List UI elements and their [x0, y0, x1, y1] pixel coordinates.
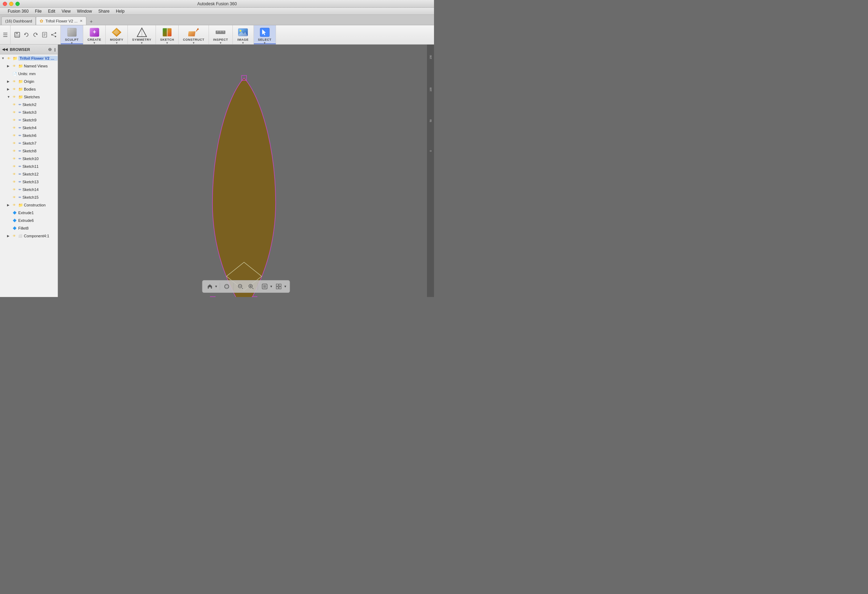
grid-dropdown-arrow[interactable]: ▼	[284, 285, 287, 288]
tree-named-views[interactable]: ▶ 👁 📁 Named Views	[0, 62, 58, 70]
menu-fusion360[interactable]: Fusion 360	[5, 8, 31, 15]
toolbar-section-create[interactable]: + CREATE ▼	[83, 25, 106, 44]
tree-construction[interactable]: ▶ 👁 📁 Construction	[0, 201, 58, 209]
root-visibility-icon[interactable]: 👁	[7, 56, 12, 60]
sketch7-visibility[interactable]: 👁	[13, 141, 18, 145]
redo-button[interactable]	[32, 31, 39, 38]
document-button[interactable]	[41, 31, 49, 38]
construction-visibility[interactable]: 👁	[13, 203, 18, 207]
sketch9-visibility[interactable]: 👁	[13, 118, 18, 122]
sidebar-back-arrow[interactable]: ◀◀	[2, 47, 8, 51]
maximize-button[interactable]	[15, 2, 20, 6]
menu-edit[interactable]: Edit	[45, 8, 58, 15]
tab-dashboard[interactable]: (16) Dashboard	[1, 16, 36, 25]
named-views-arrow[interactable]: ▶	[7, 64, 12, 68]
save-button[interactable]	[13, 31, 21, 38]
sketch8-visibility[interactable]: 👁	[13, 149, 18, 153]
tab-trifoil[interactable]: ✿ Trifoil Flower V2 ... ✕	[36, 16, 86, 25]
origin-visibility[interactable]: 👁	[13, 80, 18, 83]
named-views-visibility[interactable]: 👁	[13, 64, 18, 68]
toolbar-section-image[interactable]: IMAGE ▼	[233, 25, 254, 44]
sketch6-visibility[interactable]: 👁	[13, 134, 18, 137]
construction-label: Construction	[24, 203, 46, 207]
zoom-out-button[interactable]	[236, 282, 245, 291]
sidebar-collapse[interactable]: ⊖	[48, 47, 52, 52]
tree-sketch12[interactable]: 👁 ✏ Sketch12	[0, 170, 58, 178]
display-dropdown-arrow[interactable]: ▼	[270, 285, 273, 288]
origin-arrow[interactable]: ▶	[7, 80, 12, 83]
component4-visibility[interactable]: 👁	[13, 234, 18, 238]
bodies-arrow[interactable]: ▶	[7, 87, 12, 91]
bodies-visibility[interactable]: 👁	[13, 87, 18, 91]
tree-sketch15[interactable]: 👁 ✏ Sketch15	[0, 193, 58, 201]
orbit-button[interactable]	[222, 282, 232, 291]
tree-sketch6[interactable]: 👁 ✏ Sketch6	[0, 132, 58, 139]
sketch7-icon: ✏	[19, 141, 21, 145]
tree-component4[interactable]: ▶ 👁 ⬜ Component4:1	[0, 232, 58, 240]
toolbar-menu-toggle[interactable]: ☰	[0, 25, 10, 44]
tree-sketch3[interactable]: 👁 ✏ Sketch3	[0, 109, 58, 116]
menu-file[interactable]: File	[32, 8, 44, 15]
share-button[interactable]	[50, 31, 58, 38]
grid-button[interactable]	[274, 282, 283, 291]
sketches-folder-icon: 📁	[18, 95, 23, 99]
undo-button[interactable]	[22, 31, 30, 38]
tree-sketch9[interactable]: 👁 ✏ Sketch9	[0, 116, 58, 124]
sidebar-pin[interactable]: |	[55, 47, 56, 52]
display-mode-button[interactable]	[260, 282, 269, 291]
sketch13-visibility[interactable]: 👁	[13, 180, 18, 184]
viewport[interactable]: ▼ ▼ ▼	[58, 44, 434, 297]
menu-view[interactable]: View	[59, 8, 73, 15]
construction-arrow[interactable]: ▶	[7, 203, 12, 207]
home-view-button[interactable]	[205, 282, 214, 291]
tree-extrude6[interactable]: 🔷 Extrude6	[0, 217, 58, 224]
toolbar-section-modify[interactable]: MODIFY ▼	[106, 25, 128, 44]
toolbar-section-sculpt[interactable]: SCULPT ▼	[61, 25, 83, 44]
sketch2-visibility[interactable]: 👁	[13, 103, 18, 106]
tree-sketch8[interactable]: 👁 ✏ Sketch8	[0, 147, 58, 155]
zoom-in-button[interactable]	[247, 282, 255, 291]
sketch14-visibility[interactable]: 👁	[13, 188, 18, 191]
menu-help[interactable]: Help	[113, 8, 127, 15]
toolbar-section-sketch[interactable]: SKETCH ▼	[156, 25, 179, 44]
toolbar-section-symmetry[interactable]: SYMMETRY ▼	[128, 25, 156, 44]
tree-sketch10[interactable]: 👁 ✏ Sketch10	[0, 155, 58, 162]
tree-extrude1[interactable]: 🔷 Extrude1	[0, 209, 58, 217]
tree-bodies[interactable]: ▶ 👁 📁 Bodies	[0, 85, 58, 93]
sketch11-visibility[interactable]: 👁	[13, 165, 18, 168]
tree-root[interactable]: ▼ 👁 📁 Trifoil Flower V2 v23	[0, 55, 58, 62]
sketch3-visibility[interactable]: 👁	[13, 111, 18, 114]
tree-fillet8[interactable]: 🔷 Fillet8	[0, 224, 58, 232]
tree-sketch14[interactable]: 👁 ✏ Sketch14	[0, 186, 58, 193]
root-expand-arrow[interactable]: ▼	[1, 56, 6, 60]
tree-units[interactable]: 📄 Units: mm	[0, 70, 58, 78]
sketch4-visibility[interactable]: 👁	[13, 126, 18, 130]
extrude1-label: Extrude1	[18, 211, 34, 215]
sketch12-visibility[interactable]: 👁	[13, 172, 18, 176]
tab-trifoil-close[interactable]: ✕	[80, 19, 83, 23]
tree-sketches[interactable]: ▼ 👁 📁 Sketches	[0, 93, 58, 101]
toolbar-section-select[interactable]: SELECT ▼	[254, 25, 276, 44]
origin-folder-icon: 📁	[18, 80, 23, 84]
sketches-visibility[interactable]: 👁	[13, 95, 18, 99]
construct-label: CONSTRUCT	[183, 38, 204, 41]
tree-sketch11[interactable]: 👁 ✏ Sketch11	[0, 162, 58, 170]
sketches-arrow[interactable]: ▼	[7, 95, 12, 99]
traffic-lights[interactable]	[3, 2, 20, 6]
home-dropdown-arrow[interactable]: ▼	[214, 285, 218, 288]
tree-sketch7[interactable]: 👁 ✏ Sketch7	[0, 139, 58, 147]
sketch10-visibility[interactable]: 👁	[13, 157, 18, 161]
menu-share[interactable]: Share	[96, 8, 112, 15]
tree-sketch4[interactable]: 👁 ✏ Sketch4	[0, 124, 58, 132]
tree-origin[interactable]: ▶ 👁 📁 Origin	[0, 78, 58, 85]
toolbar-section-inspect[interactable]: INSPECT ▼	[209, 25, 233, 44]
menu-window[interactable]: Window	[74, 8, 95, 15]
component4-arrow[interactable]: ▶	[7, 234, 12, 238]
sketch15-visibility[interactable]: 👁	[13, 196, 18, 199]
minimize-button[interactable]	[9, 2, 13, 6]
tree-sketch13[interactable]: 👁 ✏ Sketch13	[0, 178, 58, 186]
close-button[interactable]	[3, 2, 7, 6]
tree-sketch2[interactable]: 👁 ✏ Sketch2	[0, 101, 58, 109]
tab-add-button[interactable]: +	[88, 18, 95, 25]
toolbar-section-construct[interactable]: CONSTRUCT ▼	[179, 25, 209, 44]
